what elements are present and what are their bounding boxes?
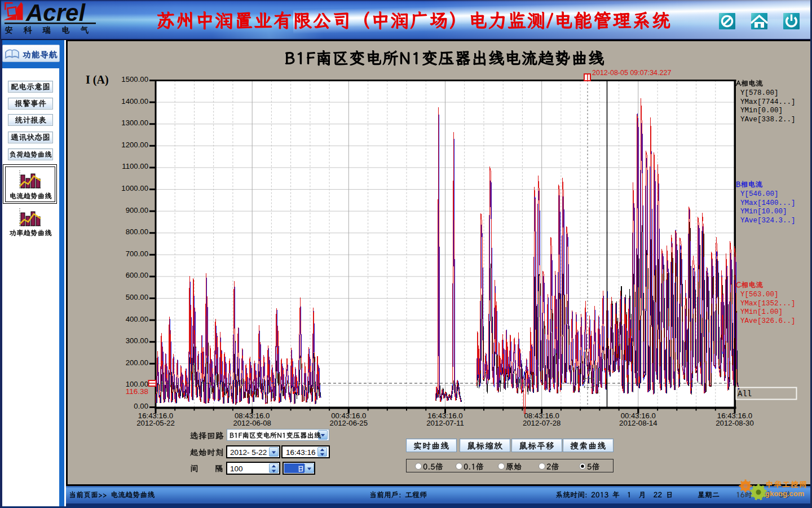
svg-text:gkong.com: gkong.com xyxy=(765,489,804,498)
svg-text:YMax[7744...]: YMax[7744...] xyxy=(740,98,796,106)
svg-text:YMax[1352...]: YMax[1352...] xyxy=(740,300,796,308)
svg-text:2012-08-05 09:07:34.227: 2012-08-05 09:07:34.227 xyxy=(592,69,671,77)
svg-text:16:43:16: 16:43:16 xyxy=(286,448,316,457)
svg-text:All: All xyxy=(738,389,752,398)
svg-text:900.00: 900.00 xyxy=(126,206,148,214)
svg-text:YAve[326.6..]: YAve[326.6..] xyxy=(740,317,796,325)
svg-text:116.38: 116.38 xyxy=(126,387,148,396)
svg-text:2012- 5-22: 2012- 5-22 xyxy=(230,448,267,457)
svg-text:Y[578.00]: Y[578.00] xyxy=(740,89,779,97)
svg-text:I (A): I (A) xyxy=(86,73,109,86)
svg-text:YMin[1.00]: YMin[1.00] xyxy=(740,308,783,316)
svg-text:2012-07-11: 2012-07-11 xyxy=(426,419,464,427)
svg-text:1200.00: 1200.00 xyxy=(121,141,148,149)
svg-text:YMin[10.00]: YMin[10.00] xyxy=(740,208,787,216)
svg-text:600.00: 600.00 xyxy=(126,271,148,279)
svg-text:2012-08-30: 2012-08-30 xyxy=(716,419,753,427)
svg-text:Acrel: Acrel xyxy=(25,0,86,26)
svg-text:300.00: 300.00 xyxy=(126,336,148,345)
svg-text:0.00: 0.00 xyxy=(134,402,148,410)
svg-text:YMin[0.00]: YMin[0.00] xyxy=(740,107,783,115)
svg-text:2012-08-14: 2012-08-14 xyxy=(619,419,657,427)
svg-text:2012-06-25: 2012-06-25 xyxy=(330,419,368,427)
svg-text:Y[563.00]: Y[563.00] xyxy=(740,291,779,299)
svg-text:2012-06-08: 2012-06-08 xyxy=(233,419,271,427)
svg-text:200.00: 200.00 xyxy=(126,358,148,367)
svg-text:1400.00: 1400.00 xyxy=(121,97,148,106)
svg-text:100: 100 xyxy=(230,465,243,473)
svg-text:1500.00: 1500.00 xyxy=(121,75,148,84)
svg-text:1100.00: 1100.00 xyxy=(122,162,148,170)
svg-text:1300.00: 1300.00 xyxy=(121,119,148,127)
svg-text:500.00: 500.00 xyxy=(126,293,148,301)
svg-text:400.00: 400.00 xyxy=(126,315,148,323)
svg-text:2012-05-22: 2012-05-22 xyxy=(136,419,174,427)
svg-text:YAve[324.3..]: YAve[324.3..] xyxy=(740,217,796,225)
svg-text:YAve[338.2..]: YAve[338.2..] xyxy=(740,116,796,124)
svg-text:YMax[1400...]: YMax[1400...] xyxy=(740,199,796,207)
svg-text:Y[546.00]: Y[546.00] xyxy=(740,190,779,198)
svg-text:1000.00: 1000.00 xyxy=(121,184,148,192)
svg-text:700.00: 700.00 xyxy=(126,249,148,258)
svg-text:2012-07-28: 2012-07-28 xyxy=(523,419,561,427)
svg-text:800.00: 800.00 xyxy=(126,227,148,236)
